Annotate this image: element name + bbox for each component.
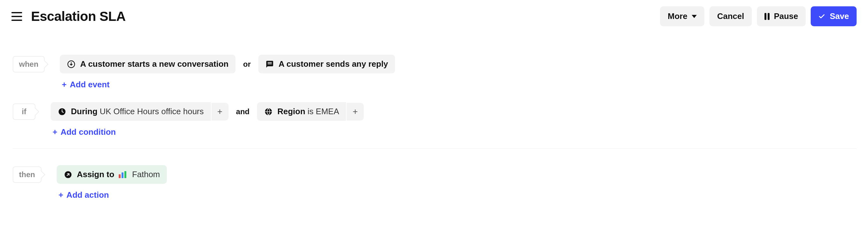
add-event-label: Add event (70, 80, 110, 90)
save-button-label: Save (830, 11, 849, 21)
condition-middle: is (308, 107, 314, 116)
plus-icon: + (53, 127, 57, 137)
when-section: when A customer starts a new conversatio… (13, 55, 857, 90)
page-title: Escalation SLA (31, 9, 126, 24)
condition-prefix: Region (277, 107, 305, 116)
condition-chip-office-hours[interactable]: During UK Office Hours office hours (51, 102, 211, 121)
add-action-link[interactable]: + Add action (57, 190, 167, 200)
add-condition-inline-button[interactable]: + (347, 103, 364, 121)
event-chip-label: A customer starts a new conversation (80, 59, 228, 69)
menu-button[interactable] (11, 12, 22, 21)
condition-value: EMEA (316, 107, 339, 116)
more-button[interactable]: More (660, 6, 704, 26)
add-condition-label: Add condition (60, 127, 116, 137)
add-action-label: Add action (66, 190, 109, 200)
caret-down-icon (692, 15, 697, 18)
plus-icon: + (62, 80, 66, 90)
event-chip-new-conversation[interactable]: A customer starts a new conversation (60, 55, 236, 73)
download-circle-icon (67, 60, 76, 69)
connector-or: or (242, 60, 252, 69)
chat-icon (265, 60, 274, 69)
action-prefix: Assign to (77, 170, 114, 179)
action-chip-assign[interactable]: Assign to Fathom (57, 165, 167, 184)
if-label: if (13, 103, 35, 120)
bar-chart-icon (119, 171, 126, 178)
pause-button[interactable]: Pause (757, 6, 806, 26)
arrow-up-right-circle-icon (64, 170, 72, 179)
add-condition-inline-button[interactable]: + (212, 103, 228, 121)
event-chip-any-reply[interactable]: A customer sends any reply (258, 55, 395, 73)
connector-and: and (235, 107, 251, 116)
more-button-label: More (668, 11, 687, 21)
add-event-link[interactable]: + Add event (60, 80, 395, 90)
condition-value: UK Office Hours office hours (100, 107, 204, 116)
plus-icon: + (59, 190, 63, 200)
pause-icon (765, 13, 770, 20)
clock-icon (58, 107, 66, 116)
action-target: Fathom (132, 170, 160, 179)
save-button[interactable]: Save (811, 6, 857, 26)
globe-icon (264, 107, 273, 116)
condition-prefix: During (71, 107, 97, 116)
if-section: if During UK Office Hours office hours + (13, 102, 857, 137)
cancel-button[interactable]: Cancel (709, 6, 751, 26)
condition-chip-region[interactable]: Region is EMEA (257, 102, 346, 121)
section-divider (13, 148, 857, 149)
then-label: then (13, 166, 41, 183)
then-section: then Assign to Fathom + Add action (13, 165, 857, 200)
pause-button-label: Pause (774, 11, 798, 21)
add-condition-link[interactable]: + Add condition (51, 127, 364, 137)
check-icon (818, 13, 825, 20)
event-chip-label: A customer sends any reply (279, 59, 388, 69)
header-actions: More Cancel Pause Save (660, 6, 857, 26)
cancel-button-label: Cancel (717, 11, 744, 21)
when-label: when (13, 56, 44, 72)
